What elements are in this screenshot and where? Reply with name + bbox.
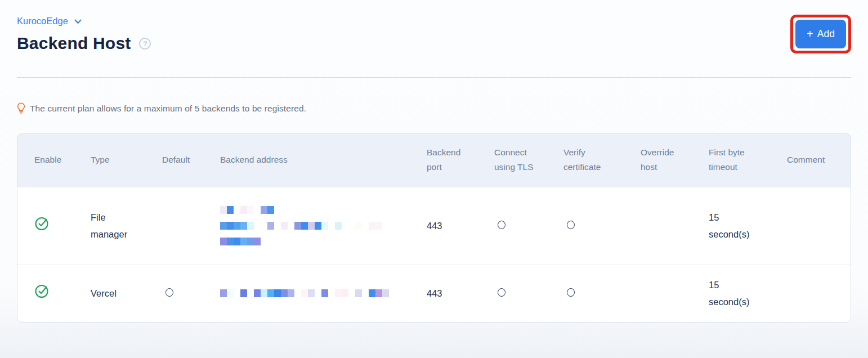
breadcrumb-kurocoedge[interactable]: KurocoEdge (17, 16, 82, 26)
col-header-first-byte-timeout: First byte timeout (709, 133, 787, 187)
col-header-backend-port: Backend port (427, 133, 494, 187)
backend-port-cell: 443 (427, 265, 494, 322)
page-header-left: KurocoEdge Backend Host ? (17, 16, 151, 53)
type-cell: File manager (91, 187, 162, 265)
enable-cell (17, 187, 91, 265)
connect-tls-radio[interactable] (498, 288, 505, 297)
verify-certificate-radio[interactable] (567, 288, 575, 297)
col-header-verify-certificate: Verify certificate (563, 133, 641, 187)
col-header-default: Default (162, 133, 220, 187)
add-button-label: Add (817, 28, 835, 40)
connect-tls-radio[interactable] (498, 221, 505, 229)
backend-host-table-card: Enable Type Default Backend address Back… (17, 133, 851, 323)
default-radio[interactable] (165, 288, 173, 297)
plan-notice-text: The current plan allows for a maximum of… (30, 104, 306, 114)
connect-tls-cell (494, 187, 563, 265)
col-header-type: Type (91, 133, 162, 187)
add-button[interactable]: + Add (795, 20, 846, 48)
default-cell (162, 265, 220, 322)
redacted-backend-address (220, 206, 427, 245)
type-cell: Vercel (91, 265, 162, 322)
breadcrumb-label: KurocoEdge (17, 16, 68, 26)
enable-cell (17, 265, 91, 322)
page-title: Backend Host (17, 34, 131, 53)
backend-port-cell: 443 (427, 187, 494, 265)
first-byte-timeout-cell: 15 second(s) (709, 187, 787, 265)
connect-tls-cell (494, 265, 563, 322)
col-header-backend-address: Backend address (220, 133, 427, 187)
title-row: Backend Host ? (17, 34, 151, 53)
backend-host-table: Enable Type Default Backend address Back… (17, 133, 851, 322)
default-cell (162, 187, 220, 265)
chevron-down-icon (74, 19, 82, 24)
override-host-cell (641, 265, 709, 322)
page-header: KurocoEdge Backend Host ? + Add (17, 16, 851, 53)
backend-address-cell (220, 187, 427, 265)
backend-address-cell (220, 265, 427, 322)
first-byte-timeout-cell: 15 second(s) (709, 265, 787, 322)
backend-host-page: KurocoEdge Backend Host ? + Add The curr… (0, 0, 868, 323)
override-host-cell (641, 187, 709, 265)
verify-certificate-radio[interactable] (567, 221, 575, 229)
table-row: File manager 443 15 second(s) (17, 187, 851, 265)
plan-notice: The current plan allows for a maximum of… (17, 102, 851, 114)
col-header-comment: Comment (787, 133, 851, 187)
comment-cell (787, 265, 851, 322)
enabled-check-icon[interactable] (34, 283, 50, 298)
col-header-enable: Enable (17, 133, 91, 187)
lightbulb-icon (17, 102, 25, 114)
verify-certificate-cell (563, 187, 641, 265)
col-header-connect-using-tls: Connect using TLS (494, 133, 563, 187)
table-row: Vercel 443 15 second(s) (17, 265, 851, 322)
redacted-backend-address (220, 289, 427, 297)
header-divider (17, 77, 851, 78)
comment-cell (787, 187, 851, 265)
plus-icon: + (807, 28, 813, 39)
table-header-row: Enable Type Default Backend address Back… (17, 133, 851, 187)
help-icon[interactable]: ? (139, 38, 151, 50)
col-header-override-host: Override host (641, 133, 709, 187)
annotation-highlight: + Add (790, 15, 851, 53)
enabled-check-icon[interactable] (34, 216, 50, 231)
verify-certificate-cell (563, 265, 641, 322)
